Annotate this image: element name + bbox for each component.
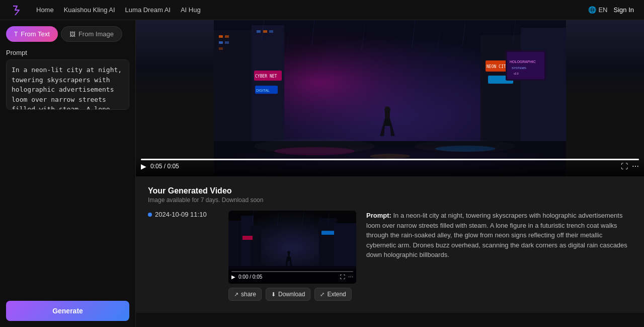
hero-fullscreen-button[interactable]: ⛶ xyxy=(621,162,628,170)
generated-body: 2024-10-09 11:10 xyxy=(148,211,632,301)
hero-more-button[interactable]: ⋯ xyxy=(632,162,639,170)
image-icon: 🖼 xyxy=(69,31,75,38)
generated-video-controls: ▶ 0:00 / 0:05 ⛶ xyxy=(228,269,356,284)
svg-text:NEON CITY: NEON CITY xyxy=(487,64,509,69)
prompt-display: Prompt: In a neon-lit city at night, tow… xyxy=(366,211,632,260)
svg-rect-13 xyxy=(219,47,223,50)
generated-time-display: 0:00 / 0:05 xyxy=(238,274,262,280)
hero-time-display: 0:05 / 0:05 xyxy=(150,163,179,170)
svg-point-59 xyxy=(287,251,290,254)
tab-row: T From Text 🖼 From Image xyxy=(6,26,129,42)
hero-controls-right: ⛶ ⋯ xyxy=(621,162,639,170)
hero-play-button[interactable]: ▶ xyxy=(141,162,146,170)
fullscreen-icon: ⛶ xyxy=(621,162,628,170)
tab-from-text[interactable]: T From Text xyxy=(6,26,58,42)
generated-video-container: ▶ 0:00 / 0:05 ⛶ xyxy=(228,211,356,284)
prompt-label: Prompt xyxy=(6,49,129,56)
main-content: CYBER NET DIGITAL NEON CITY HOLOGRAPHIC xyxy=(136,20,644,327)
navbar: Home Kuaishou Kling AI Luma Dream AI AI … xyxy=(0,0,644,20)
download-button[interactable]: ⬇ Download xyxy=(266,288,310,301)
nav-aihug[interactable]: AI Hug xyxy=(181,6,201,14)
generated-date: 2024-10-09 11:10 xyxy=(148,211,218,218)
gen-play-icon: ▶ xyxy=(231,274,235,280)
more-icon: ⋯ xyxy=(632,162,639,170)
share-icon: ↗ xyxy=(234,291,238,298)
svg-rect-55 xyxy=(243,236,253,240)
svg-text:SYSTEMS: SYSTEMS xyxy=(512,67,526,70)
generated-meta: 2024-10-09 11:10 xyxy=(148,211,218,218)
svg-rect-10 xyxy=(225,35,229,38)
share-button[interactable]: ↗ share xyxy=(228,288,262,301)
tab-from-image[interactable]: 🖼 From Image xyxy=(61,26,122,42)
nav-links: Home Kuaishou Kling AI Luma Dream AI AI … xyxy=(36,6,201,14)
sign-in-button[interactable]: Sign In xyxy=(614,6,634,14)
hero-video-controls: ▶ 0:05 / 0:05 ⛶ ⋯ xyxy=(136,156,644,176)
hero-video-bg: CYBER NET DIGITAL NEON CITY HOLOGRAPHIC xyxy=(136,20,644,176)
svg-rect-11 xyxy=(219,41,223,44)
nav-kling[interactable]: Kuaishou Kling AI xyxy=(64,6,115,14)
generated-more-button[interactable]: ⋯ xyxy=(348,274,353,280)
generated-title: Your Generated Video xyxy=(148,186,632,195)
extend-icon: ⤢ xyxy=(320,291,325,298)
status-dot xyxy=(148,213,152,217)
svg-point-37 xyxy=(384,106,390,113)
svg-text:v2.0: v2.0 xyxy=(514,72,519,75)
hero-video-player: CYBER NET DIGITAL NEON CITY HOLOGRAPHIC xyxy=(136,20,644,176)
app-layout: T From Text 🖼 From Image Prompt Generate xyxy=(0,20,644,327)
svg-rect-14 xyxy=(257,30,261,33)
svg-rect-12 xyxy=(225,41,229,44)
generated-fullscreen-button[interactable]: ⛶ xyxy=(340,274,345,280)
svg-rect-16 xyxy=(269,30,273,33)
generated-section: Your Generated Video Image available for… xyxy=(136,176,644,313)
generated-play-button[interactable]: ▶ xyxy=(231,274,235,280)
action-buttons-row: ↗ share ⬇ Download ⤢ Extend xyxy=(228,288,356,301)
text-icon: T xyxy=(14,31,18,38)
nav-home[interactable]: Home xyxy=(36,6,54,14)
generated-video-wrap: ▶ 0:00 / 0:05 ⛶ xyxy=(228,211,356,301)
generated-subtitle: Image available for 7 days. Download soo… xyxy=(148,197,632,204)
download-icon: ⬇ xyxy=(271,291,276,298)
svg-rect-27 xyxy=(507,52,544,79)
gen-more-icon: ⋯ xyxy=(348,274,353,280)
sidebar: T From Text 🖼 From Image Prompt Generate xyxy=(0,20,136,327)
generated-progress-bar[interactable] xyxy=(231,271,353,272)
svg-rect-56 xyxy=(321,231,334,235)
globe-icon: 🌐 xyxy=(588,6,596,14)
logo-icon xyxy=(10,3,24,17)
extend-button[interactable]: ⤢ Extend xyxy=(314,288,351,301)
svg-point-40 xyxy=(415,140,516,152)
generate-button[interactable]: Generate xyxy=(6,301,129,321)
language-selector[interactable]: 🌐 EN xyxy=(588,6,607,14)
nav-luma[interactable]: Luma Dream AI xyxy=(125,6,171,14)
svg-text:HOLOGRAPHIC: HOLOGRAPHIC xyxy=(510,60,536,63)
svg-rect-9 xyxy=(219,35,223,38)
gen-fullscreen-icon: ⛶ xyxy=(340,274,345,280)
nav-right: 🌐 EN Sign In xyxy=(588,6,634,14)
svg-text:CYBER NET: CYBER NET xyxy=(255,74,277,79)
play-icon: ▶ xyxy=(141,162,146,170)
svg-point-39 xyxy=(254,139,375,154)
hero-progress-fill xyxy=(141,159,639,160)
hero-progress-bar[interactable] xyxy=(141,159,639,160)
generated-controls-right: ⛶ ⋯ xyxy=(340,274,353,280)
prompt-input[interactable] xyxy=(6,59,129,110)
svg-rect-15 xyxy=(263,30,267,33)
generated-prompt-text: Prompt: In a neon-lit city at night, tow… xyxy=(366,211,632,260)
svg-text:DIGITAL: DIGITAL xyxy=(256,89,270,92)
